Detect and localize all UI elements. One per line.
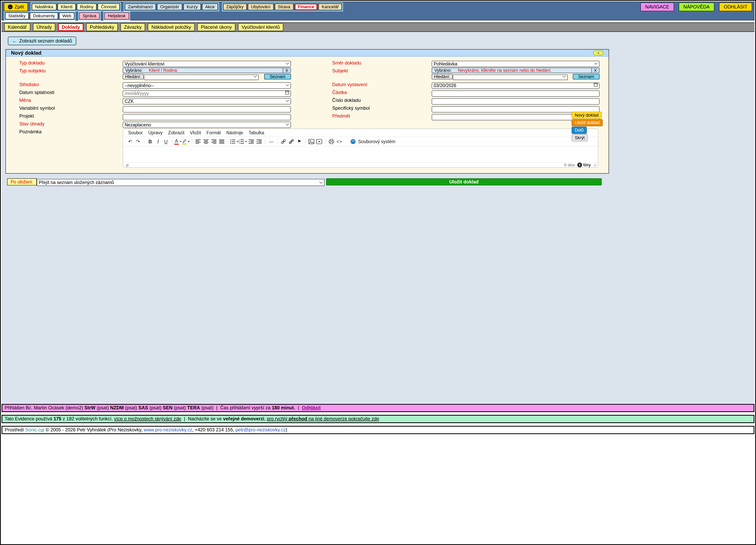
nav-napoveda[interactable]: NÁPOVĚDA bbox=[679, 3, 714, 11]
tab-placene-ukony[interactable]: Placené úkony bbox=[197, 23, 235, 31]
typ-subjektu-clear-button[interactable]: X bbox=[283, 68, 291, 73]
scroll-down-button[interactable]: Dolů bbox=[572, 127, 587, 134]
stredisko-select[interactable]: --nevyplněno-- bbox=[123, 82, 291, 89]
tab-pohledavky[interactable]: Pohledávky bbox=[86, 23, 118, 31]
underline-button[interactable]: U bbox=[162, 138, 170, 145]
nav-web[interactable]: Web bbox=[59, 13, 74, 19]
resize-handle[interactable] bbox=[593, 163, 597, 167]
insert-image-button[interactable] bbox=[307, 138, 315, 145]
logout-link[interactable]: Odhlásit bbox=[302, 405, 321, 410]
redo-button[interactable]: ↷ bbox=[134, 138, 142, 145]
datum-vystaveni-input[interactable] bbox=[432, 83, 600, 89]
stav-uhrady-select[interactable]: Nezaplaceno bbox=[123, 122, 291, 128]
horizontal-rule-button[interactable]: — bbox=[267, 138, 275, 145]
nav-kancelar[interactable]: Kancelář bbox=[318, 4, 342, 10]
tab-nakladove-polozky[interactable]: Nákladové položky bbox=[148, 23, 194, 31]
editor-content-area[interactable] bbox=[123, 146, 598, 162]
tab-kalendar[interactable]: Kalendář bbox=[4, 23, 30, 31]
nav-ubytovani[interactable]: Ubytování bbox=[248, 4, 274, 10]
save-document-button[interactable]: Uložit doklad bbox=[326, 178, 602, 185]
variabilni-symbol-input[interactable] bbox=[123, 106, 291, 112]
nav-nastenka[interactable]: Nástěnka bbox=[32, 4, 56, 10]
menu-tabulka[interactable]: Tabulka bbox=[246, 129, 267, 136]
nav-dokumenty[interactable]: Dokumenty bbox=[30, 13, 58, 19]
highlight-color-swatch bbox=[182, 144, 187, 145]
bookmark-button[interactable]: ⚑ bbox=[295, 138, 303, 145]
highlight-color-button[interactable] bbox=[182, 138, 190, 145]
datum-splatnosti-input[interactable] bbox=[123, 90, 291, 97]
nav-kurzy[interactable]: Kurzy bbox=[183, 4, 201, 10]
align-right-button[interactable] bbox=[210, 138, 218, 145]
menu-soubor[interactable]: Soubor bbox=[125, 129, 145, 136]
indent-button[interactable] bbox=[255, 138, 263, 145]
menu-zobrazit[interactable]: Zobrazit bbox=[165, 129, 187, 136]
subjekt-search-wrap bbox=[453, 73, 568, 80]
insert-media-button[interactable] bbox=[315, 138, 323, 145]
tab-uhrady[interactable]: Úhrady bbox=[33, 23, 55, 31]
align-justify-button[interactable] bbox=[218, 138, 226, 145]
tab-zavazky[interactable]: Závazky bbox=[120, 23, 145, 31]
nav-organizer[interactable]: Organizér bbox=[157, 4, 182, 10]
editor-element-path[interactable]: p bbox=[126, 163, 129, 167]
smer-dokladu-select[interactable]: Pohledávka bbox=[432, 61, 600, 67]
nav-klienti[interactable]: Klienti bbox=[58, 4, 76, 10]
align-left-button[interactable] bbox=[194, 138, 202, 145]
nav-akce[interactable]: Akce bbox=[202, 4, 218, 10]
typ-dokladu-select[interactable]: Vyúčtování klientovi bbox=[123, 61, 291, 67]
outdent-button[interactable] bbox=[247, 138, 255, 145]
numbered-list-button[interactable]: 123 bbox=[239, 138, 247, 145]
back-button[interactable]: ← Zpět bbox=[4, 3, 28, 11]
castka-input[interactable] bbox=[432, 90, 600, 97]
nav-rodiny[interactable]: Rodiny bbox=[77, 4, 97, 10]
website-link[interactable]: www.pro-neziskovky.cz bbox=[144, 427, 192, 432]
undo-button[interactable]: ↶ bbox=[126, 138, 134, 145]
subjekt-search-select[interactable] bbox=[453, 75, 568, 80]
nav-zapujcky[interactable]: Zápůjčky bbox=[223, 4, 247, 10]
typ-subjektu-search-select[interactable] bbox=[144, 75, 259, 80]
remove-link-button[interactable] bbox=[287, 138, 295, 145]
source-code-button[interactable]: <> bbox=[335, 138, 343, 145]
nav-cinnosti[interactable]: Činnosti bbox=[98, 4, 120, 10]
print-button[interactable] bbox=[327, 138, 335, 145]
insert-link-button[interactable] bbox=[280, 138, 287, 145]
menu-nastroje[interactable]: Nástroje bbox=[223, 129, 246, 136]
nav-zamestnanci[interactable]: Zaměstnanci bbox=[125, 4, 156, 10]
po-ulozeni-select[interactable]: Přejít na seznam uložených záznamů bbox=[37, 179, 325, 186]
typ-subjektu-seznam-button[interactable]: Seznam bbox=[264, 74, 291, 79]
projekt-input[interactable] bbox=[123, 114, 291, 120]
bold-button[interactable]: B bbox=[146, 138, 154, 145]
bullet-list-button[interactable] bbox=[230, 138, 239, 145]
specificky-symbol-input[interactable] bbox=[432, 106, 600, 112]
nav-finance[interactable]: Finance bbox=[295, 4, 317, 10]
menu-format[interactable]: Formát bbox=[204, 129, 223, 136]
menu-vlozit[interactable]: Vložit bbox=[187, 129, 204, 136]
file-system-button[interactable]: Souborový systém bbox=[350, 139, 395, 144]
mena-select[interactable]: CZK bbox=[123, 98, 291, 104]
feature-options-link[interactable]: více o možnostech skrývání zde bbox=[114, 416, 181, 421]
stav-uhrady-select-wrap: Nezaplaceno bbox=[123, 121, 291, 128]
nav-strava[interactable]: Strava bbox=[275, 4, 294, 10]
collapse-panel-button[interactable]: ∧ bbox=[593, 50, 603, 55]
po-ulozeni-label: Po uložení: bbox=[7, 178, 37, 185]
nav-navigace[interactable]: NAVIGACE bbox=[640, 3, 674, 11]
subjekt-clear-button[interactable]: X bbox=[591, 68, 599, 73]
sonic-link[interactable]: Sonic.cgi bbox=[25, 427, 44, 432]
tab-vyuctovani-klientu[interactable]: Vyúčtování klientů bbox=[238, 23, 283, 31]
new-document-side-button[interactable]: Nový doklad bbox=[572, 112, 602, 119]
align-center-button[interactable] bbox=[202, 138, 210, 145]
show-document-list-button[interactable]: ← Zobrazit seznam dokladů bbox=[8, 37, 76, 45]
nav-odhlasit[interactable]: ODHLÁSIT bbox=[719, 3, 752, 11]
cislo-dokladu-input[interactable] bbox=[432, 98, 600, 105]
save-document-side-button[interactable]: Uložit doklad bbox=[572, 119, 603, 126]
italic-button[interactable]: I bbox=[154, 138, 162, 145]
nav-sprava[interactable]: Správa bbox=[79, 13, 99, 19]
tab-doklady[interactable]: Doklady bbox=[58, 23, 83, 31]
nav-statistiky[interactable]: Statistiky bbox=[5, 13, 29, 19]
hide-button[interactable]: Skrýt bbox=[572, 134, 588, 141]
email-link[interactable]: petr@pro-neziskovky.cz bbox=[236, 427, 286, 432]
menu-upravy[interactable]: Úpravy bbox=[145, 129, 165, 136]
nav-helpdesk[interactable]: Helpdesk bbox=[105, 13, 129, 19]
demo-switch-link[interactable]: pro rychlý přechod na jiné demoverze pok… bbox=[267, 416, 379, 421]
text-color-button[interactable]: A bbox=[174, 138, 182, 145]
subjekt-seznam-button[interactable]: Seznam bbox=[573, 74, 600, 79]
